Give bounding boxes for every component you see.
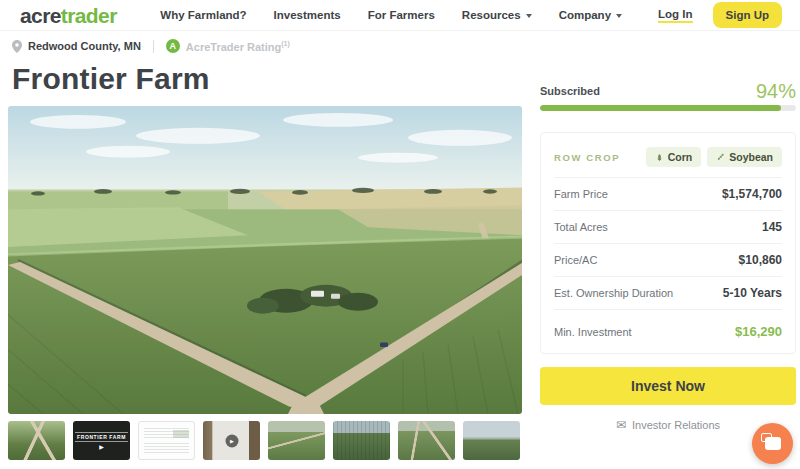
detail-row-min-investment: Min. Investment $16,290 (554, 311, 782, 339)
detail-row-ownership-duration: Est. Ownership Duration 5-10 Years (554, 277, 782, 310)
detail-label: Farm Price (554, 188, 608, 200)
document-chart-smudge (173, 430, 189, 438)
invest-now-button[interactable]: Invest Now (540, 367, 796, 405)
acretrader-logo[interactable]: acretrader (20, 5, 117, 26)
acretrader-rating-link[interactable]: AcreTrader Rating(1) (186, 40, 290, 53)
logo-text-trader: trader (61, 4, 117, 27)
top-navigation-bar: acretrader Why Farmland? Investments For… (0, 0, 800, 31)
nav-item-why-farmland[interactable]: Why Farmland? (160, 9, 246, 21)
crop-badge-label: Soybean (729, 151, 773, 163)
gallery-thumbnail-aerial-crop-rows[interactable] (333, 421, 390, 460)
detail-label: Est. Ownership Duration (554, 287, 673, 299)
login-link[interactable]: Log In (658, 8, 693, 23)
mail-icon: ✉ (616, 419, 626, 431)
subscribed-progress-fill (540, 105, 781, 111)
detail-value: 5-10 Years (723, 286, 782, 300)
min-investment-value: $16,290 (735, 324, 782, 339)
nav-item-for-farmers[interactable]: For Farmers (368, 9, 435, 21)
rating-footnote: (1) (281, 40, 290, 47)
crop-badge-soybean: Soybean (707, 147, 782, 167)
play-icon: ▶ (225, 434, 238, 447)
crop-badges: Corn Soybean (646, 147, 782, 167)
crop-badge-corn: Corn (646, 147, 702, 167)
crop-badge-label: Corn (668, 151, 693, 163)
nav-item-company[interactable]: Company (559, 9, 622, 21)
nav-item-label: For Farmers (368, 9, 435, 21)
aerial-farm-illustration (8, 106, 522, 414)
main-nav: Why Farmland? Investments For Farmers Re… (160, 9, 622, 21)
chat-bubble-icon (765, 437, 781, 450)
gallery-thumbnail-video-cover[interactable]: FRONTIER FARM ▶ (73, 421, 130, 460)
video-cover-title: FRONTIER FARM (75, 432, 128, 442)
nav-item-label: Investments (274, 9, 341, 21)
crop-type-row: ROW CROP Corn Soybean (554, 136, 782, 178)
signup-button[interactable]: Sign Up (713, 2, 782, 28)
detail-value: $10,860 (739, 253, 782, 267)
detail-label: Price/AC (554, 254, 597, 266)
nav-item-label: Why Farmland? (160, 9, 246, 21)
nav-item-label: Resources (462, 9, 521, 21)
detail-value: 145 (762, 220, 782, 234)
subscription-status: Subscribed 94% (540, 81, 796, 101)
subscribed-progress-bar (540, 105, 796, 111)
investor-relations-label: Investor Relations (632, 419, 720, 431)
nav-item-resources[interactable]: Resources (462, 9, 532, 21)
detail-row-farm-price: Farm Price $1,574,700 (554, 178, 782, 211)
chevron-down-icon (526, 14, 532, 18)
acretrader-rating-icon: A (166, 39, 180, 53)
gallery-thumbnail-aerial-field-roads[interactable] (398, 421, 455, 460)
listing-location: Redwood County, MN (28, 40, 141, 52)
meta-divider (153, 40, 154, 53)
soybean-icon (716, 152, 725, 162)
detail-value: $1,574,700 (722, 187, 782, 201)
gallery-thumbnail-interview-video[interactable]: ▶ (203, 421, 260, 460)
auth-controls: Log In Sign Up (658, 2, 782, 28)
investment-sidebar: Subscribed 94% ROW CROP Corn (540, 81, 796, 431)
gallery-thumbnail-aerial-crossroads[interactable] (8, 421, 65, 460)
document-lines (144, 443, 189, 454)
subscribed-percent: 94% (756, 81, 796, 101)
location-pin-icon (12, 40, 22, 53)
chat-widget-button[interactable] (752, 423, 793, 464)
listing-content: Redwood County, MN A AcreTrader Rating(1… (0, 31, 800, 460)
detail-label: Total Acres (554, 221, 608, 233)
gallery-thumbnail-aerial-cloudy[interactable] (463, 421, 520, 460)
nav-item-label: Company (559, 9, 611, 21)
main-farm-photo[interactable] (8, 106, 522, 414)
detail-row-price-per-acre: Price/AC $10,860 (554, 244, 782, 277)
subscribed-label: Subscribed (540, 85, 600, 101)
gallery-thumbnail-aerial-field-road[interactable] (268, 421, 325, 460)
chevron-down-icon (616, 14, 622, 18)
detail-label: Min. Investment (554, 326, 632, 338)
detail-row-total-acres: Total Acres 145 (554, 211, 782, 244)
crop-type-label: ROW CROP (554, 152, 620, 163)
acretrader-listing-page: acretrader Why Farmland? Investments For… (0, 0, 800, 469)
logo-text-acre: acre (20, 4, 61, 27)
play-icon: ▶ (99, 444, 104, 450)
farm-details-card: ROW CROP Corn Soybean Farm Price (540, 132, 796, 354)
listing-meta-row: Redwood County, MN A AcreTrader Rating(1… (12, 39, 800, 53)
nav-item-investments[interactable]: Investments (274, 9, 341, 21)
corn-icon (655, 152, 664, 162)
gallery-thumbnail-document[interactable] (138, 421, 195, 460)
